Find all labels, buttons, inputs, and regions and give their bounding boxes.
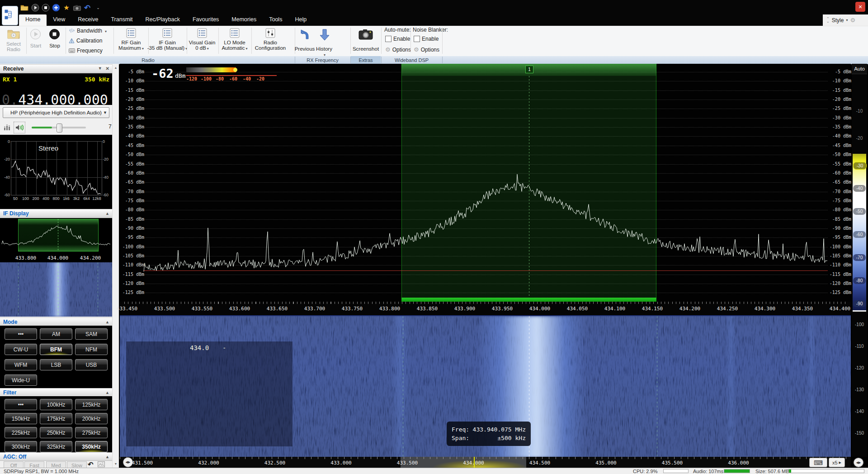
panel-collapse-icon[interactable]: ▲ [105, 320, 109, 324]
tab-view[interactable]: View [47, 14, 71, 26]
filter-button-200khz[interactable]: 200kHz [75, 413, 108, 424]
palette-label-90[interactable]: -90 [853, 300, 866, 307]
tab-tools[interactable]: Tools [263, 14, 288, 26]
frequency-display[interactable]: 0.434.000.000 [2, 92, 108, 108]
filter-button-275khz[interactable]: 275kHz [75, 427, 108, 438]
close-icon[interactable]: ✕ [855, 2, 865, 12]
start-button[interactable]: Start [27, 43, 44, 48]
spectrum-frequency-axis[interactable]: 433.450433.500433.550433.600433.650433.7… [120, 302, 851, 315]
agc-header[interactable]: AGC: Off ▲ [0, 452, 112, 461]
mode-button-wide-u[interactable]: Wide-U [5, 374, 37, 386]
radio-configuration-button[interactable]: RadioConfiguration [251, 40, 289, 51]
tab-favourites[interactable]: Favourites [186, 14, 225, 26]
mode-header[interactable]: Mode ▲ [0, 318, 112, 326]
panel-collapse-icon[interactable]: ▲ [105, 390, 109, 395]
bandwidth-button[interactable]: Bandwidth [69, 28, 107, 34]
tab-memories[interactable]: Memories [225, 14, 263, 26]
receive-panel-header[interactable]: Receive ▼✕ [0, 64, 112, 73]
lo-mode-button[interactable]: LO ModeAutomatic [219, 40, 250, 51]
select-radio-button[interactable]: SelectRadio [2, 41, 25, 52]
history-icon[interactable] [319, 28, 330, 42]
volume-slider-track[interactable] [32, 127, 86, 128]
play-icon[interactable] [31, 3, 40, 12]
frequency-button[interactable]: Frequency [69, 47, 103, 54]
style-label[interactable]: Style [832, 17, 844, 24]
previous-icon[interactable] [297, 28, 311, 42]
tab-receive[interactable]: Receive [71, 14, 104, 26]
noiseblanker-enable-checkbox[interactable]: Enable [414, 36, 439, 42]
favourite-star-icon[interactable]: ★ [62, 3, 71, 12]
image-icon[interactable] [98, 461, 105, 467]
mode-button-usb[interactable]: USB [75, 359, 108, 370]
mode-button-wfm[interactable]: WFM [5, 359, 37, 370]
audio-device-select[interactable]: HP (Périphérique High Definition Audio) … [3, 107, 109, 118]
filter-button-dots[interactable]: ••• [5, 399, 37, 410]
filter-button-300khz[interactable]: 300kHz [5, 441, 37, 452]
pan-right-button[interactable]: ◀▶ [854, 458, 863, 467]
tab-help[interactable]: Help [288, 14, 313, 26]
stop-icon[interactable] [41, 3, 50, 12]
style-caret-icon[interactable]: ▾ [846, 18, 848, 22]
filter-button-250khz[interactable]: 250kHz [40, 427, 72, 438]
palette-label-60[interactable]: -60 [853, 231, 866, 238]
mode-button-sam[interactable]: SAM [75, 328, 108, 340]
mode-button-dots[interactable]: ••• [5, 328, 37, 340]
filter-button-350khz[interactable]: 350kHz [75, 441, 108, 452]
palette-label-40[interactable]: -40 [853, 185, 866, 192]
if-spectrum-panel[interactable] [0, 218, 112, 254]
panel-close-icon[interactable]: ✕ [106, 66, 109, 71]
tab-home[interactable]: Home [19, 14, 47, 26]
mode-button-lsb[interactable]: LSB [40, 359, 72, 370]
noiseblanker-options-button[interactable]: ⚙Options [414, 46, 439, 53]
panel-collapse-icon[interactable]: ▲ [105, 211, 109, 216]
scroll-down-icon[interactable]: ▼ [113, 461, 119, 467]
tab-rec-playback[interactable]: Rec/Playback [139, 14, 186, 26]
screenshot-icon[interactable] [359, 29, 373, 40]
equalizer-icon[interactable] [4, 123, 11, 131]
if-waterfall[interactable] [0, 262, 112, 317]
waterfall-frequency-axis[interactable]: ◀▶ 431.500432.000432.500433.000433.50043… [120, 457, 851, 468]
filter-button-150khz[interactable]: 150kHz [5, 413, 37, 424]
filter-button-325khz[interactable]: 325kHz [40, 441, 72, 452]
quick-access-more-icon[interactable]: ⌄ [94, 3, 103, 12]
palette-label-70[interactable]: -70 [853, 254, 866, 261]
open-file-icon[interactable] [20, 3, 29, 12]
waterfall-palette-bar[interactable]: Auto -10-20-30-40-50-60-70-80-90-100-110… [852, 64, 867, 457]
app-logo[interactable] [2, 6, 18, 25]
mute-speaker-icon[interactable] [14, 122, 25, 133]
screenshot-button[interactable]: Screenshot [351, 46, 381, 52]
automute-options-button[interactable]: ⚙Options [385, 46, 411, 53]
start-icon[interactable] [30, 28, 41, 40]
calibration-button[interactable]: Calibration [69, 38, 102, 44]
checkbox-icon[interactable] [414, 36, 420, 42]
mode-button-bfm[interactable]: BFM [40, 344, 72, 355]
panel-collapse-icon[interactable]: ▲ [105, 455, 109, 459]
tab-transmit[interactable]: Transmit [104, 14, 139, 26]
rf-spectrum-display[interactable]: 1 -5 dBm-10 dBm-15 dBm-20 dBm-25 dBm-30 … [120, 64, 851, 302]
mode-button-nfm[interactable]: NFM [75, 344, 108, 355]
settings-gear-icon[interactable]: ⚙ [850, 17, 855, 24]
filter-button-100khz[interactable]: 100kHz [40, 399, 72, 410]
rx-marker-badge[interactable]: 1 [525, 66, 533, 73]
camera-icon[interactable] [72, 3, 81, 12]
palette-label-50[interactable]: -50 [853, 208, 866, 215]
mode-button-cw-u[interactable]: CW-U [5, 344, 37, 355]
keyboard-entry-button[interactable]: ⌨ [809, 458, 827, 467]
collapse-ribbon-icon[interactable]: ⌃⌄ [826, 18, 830, 23]
if-gain-button[interactable]: IF Gain-35 dB (Manual) [146, 40, 189, 51]
undo-icon[interactable]: ↶ [83, 3, 92, 12]
filter-button-175khz[interactable]: 175kHz [40, 413, 72, 424]
volume-slider-handle[interactable] [57, 123, 62, 133]
sidebar-scrollbar[interactable]: ▲ ▼ [112, 64, 119, 468]
visual-gain-button[interactable]: Visual Gain0 dB [186, 40, 218, 51]
filter-button-225khz[interactable]: 225kHz [5, 427, 37, 438]
rf-gain-button[interactable]: RF GainMaximum [115, 40, 147, 51]
stop-icon[interactable] [49, 28, 60, 40]
palette-label-10[interactable]: -10 [852, 109, 867, 114]
zoom-factor-button[interactable]: x5▶ [829, 458, 845, 467]
add-icon[interactable] [52, 3, 61, 12]
checkbox-icon[interactable] [385, 36, 392, 42]
mode-button-am[interactable]: AM [40, 328, 72, 340]
if-display-header[interactable]: IF Display ▲ [0, 209, 112, 218]
palette-label-20[interactable]: -20 [852, 136, 867, 141]
